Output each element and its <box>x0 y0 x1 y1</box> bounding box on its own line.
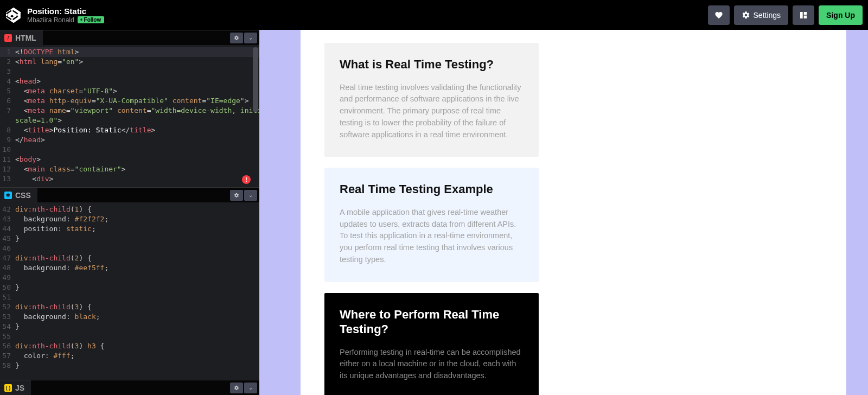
signup-button[interactable]: Sign Up <box>819 5 863 25</box>
preview-card-1: What is Real Time Testing? Real time tes… <box>324 43 539 157</box>
layout-icon <box>799 11 808 20</box>
css-editor[interactable]: 42div:nth-child(1) {43 background: #f2f2… <box>0 202 259 373</box>
card-body: Performing testing in real-time can be a… <box>340 347 524 382</box>
html-settings-button[interactable] <box>230 33 243 43</box>
scrollbar-thumb[interactable] <box>253 47 258 112</box>
preview-pane: What is Real Time Testing? Real time tes… <box>259 30 868 395</box>
pen-title[interactable]: Position: Static <box>27 7 708 16</box>
header: Position: Static Mbaziira Ronald + Follo… <box>0 0 868 30</box>
card-body: Real time testing involves validating th… <box>340 82 524 141</box>
js-settings-button[interactable] <box>230 383 243 393</box>
css-icon: ✱ <box>4 192 12 199</box>
card-title: Real Time Testing Example <box>340 182 524 197</box>
svg-rect-2 <box>804 15 807 18</box>
html-icon: / <box>4 34 12 42</box>
settings-button[interactable]: Settings <box>734 5 789 25</box>
css-dropdown-button[interactable]: ⌄ <box>244 190 257 201</box>
js-tab[interactable]: ( ) JS <box>0 380 31 396</box>
css-settings-button[interactable] <box>230 190 243 201</box>
svg-rect-1 <box>804 12 807 15</box>
card-body: A mobile application that gives real-tim… <box>340 207 524 266</box>
js-panel: ( ) JS ⌄ <box>0 380 259 395</box>
preview-card-2: Real Time Testing Example A mobile appli… <box>324 168 539 282</box>
svg-rect-0 <box>800 12 803 18</box>
js-dropdown-button[interactable]: ⌄ <box>244 383 257 393</box>
follow-button[interactable]: + Follow <box>78 16 105 23</box>
css-panel: ✱ CSS ⌄ 42div:nth-child(1) {43 backgroun… <box>0 187 259 380</box>
codepen-logo[interactable] <box>5 7 22 23</box>
preview-card-3: Where to Perform Real Time Testing? Perf… <box>324 293 539 396</box>
gear-icon <box>742 11 750 20</box>
html-tab[interactable]: / HTML <box>0 30 43 46</box>
editor-column: / HTML ⌄ 1<!DOCTYPE html>2<html lang="en… <box>0 30 259 395</box>
heart-icon <box>714 11 723 20</box>
js-icon: ( ) <box>4 384 12 392</box>
html-panel: / HTML ⌄ 1<!DOCTYPE html>2<html lang="en… <box>0 30 259 187</box>
css-tab[interactable]: ✱ CSS <box>0 188 37 203</box>
author-name[interactable]: Mbaziira Ronald <box>27 16 74 24</box>
preview-content: What is Real Time Testing? Real time tes… <box>301 30 846 395</box>
error-badge[interactable]: ! <box>242 175 251 184</box>
card-title: What is Real Time Testing? <box>340 57 524 72</box>
html-dropdown-button[interactable]: ⌄ <box>244 33 257 43</box>
card-title: Where to Perform Real Time Testing? <box>340 307 524 337</box>
html-editor[interactable]: 1<!DOCTYPE html>2<html lang="en">34<head… <box>0 45 259 186</box>
layout-button[interactable] <box>793 5 814 25</box>
love-button[interactable] <box>708 5 730 25</box>
